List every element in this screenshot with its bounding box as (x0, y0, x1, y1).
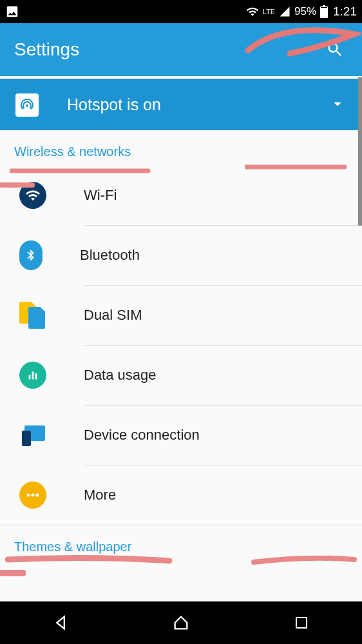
svg-point-8 (36, 494, 39, 497)
page-title: Settings (14, 39, 322, 60)
item-label: Dual SIM (84, 307, 362, 324)
battery-percent-label: 95% (294, 5, 316, 18)
scrollbar[interactable] (358, 77, 362, 226)
svg-rect-9 (296, 618, 307, 628)
item-label: More (84, 487, 362, 503)
network-type-label: LTE (263, 8, 275, 15)
settings-item-dual-sim[interactable]: Dual SIM (0, 286, 362, 345)
navigation-bar (0, 601, 362, 644)
section-header-themes: Themes & wallpaper (0, 525, 362, 561)
svg-rect-1 (323, 5, 325, 6)
item-label: Wi-Fi (84, 187, 362, 204)
clock-label: 1:21 (333, 5, 357, 19)
section-header-wireless: Wireless & networks (0, 130, 362, 166)
wifi-status-icon (246, 5, 259, 18)
svg-point-7 (32, 494, 35, 497)
svg-rect-0 (320, 6, 328, 18)
settings-item-more[interactable]: More (0, 465, 362, 525)
status-bar: LTE 95% 1:21 (0, 0, 362, 23)
item-label: Device connection (84, 427, 362, 444)
settings-item-device-connection[interactable]: Device connection (0, 405, 362, 465)
data-usage-icon (19, 362, 46, 389)
hotspot-status-label: Hotspot is on (67, 95, 329, 114)
picture-icon (5, 5, 19, 19)
nav-home-button[interactable] (142, 601, 220, 644)
search-button[interactable] (322, 37, 348, 63)
back-icon (52, 614, 70, 632)
home-icon (172, 614, 190, 632)
wifi-icon (19, 182, 46, 209)
signal-icon (279, 6, 291, 17)
nav-recent-button[interactable] (263, 601, 340, 644)
settings-list[interactable]: Wireless & networks Wi-Fi Bluetooth Dual… (0, 130, 362, 601)
recent-apps-icon (294, 615, 309, 630)
app-header: Settings (0, 23, 362, 76)
dual-sim-icon (19, 302, 46, 329)
svg-rect-5 (35, 373, 37, 379)
settings-item-bluetooth[interactable]: Bluetooth (0, 226, 362, 285)
settings-item-data-usage[interactable]: Data usage (0, 346, 362, 405)
search-icon (326, 41, 344, 59)
battery-icon (320, 5, 328, 18)
svg-rect-3 (29, 375, 31, 379)
svg-rect-2 (321, 7, 327, 8)
device-connection-icon (19, 422, 46, 449)
svg-point-6 (27, 494, 30, 497)
hotspot-icon (15, 93, 39, 117)
item-label: Bluetooth (80, 247, 362, 264)
item-label: Data usage (84, 367, 362, 384)
svg-rect-4 (32, 372, 34, 380)
bluetooth-icon (19, 240, 43, 270)
chevron-down-icon (329, 95, 347, 115)
hotspot-banner[interactable]: Hotspot is on (0, 79, 362, 130)
nav-back-button[interactable] (22, 601, 99, 644)
settings-item-wifi[interactable]: Wi-Fi (0, 166, 362, 225)
more-icon (19, 482, 46, 509)
